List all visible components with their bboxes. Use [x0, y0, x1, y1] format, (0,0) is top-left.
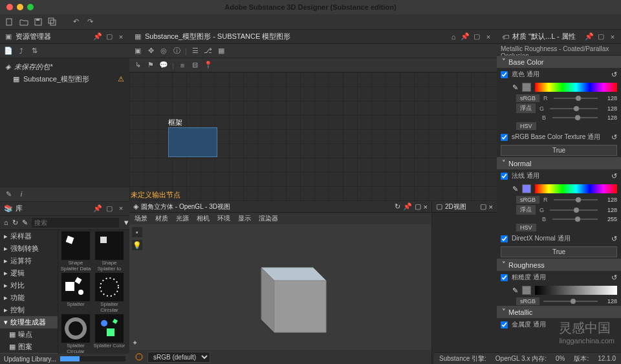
slider[interactable] [552, 117, 598, 118]
menu-item[interactable]: 环境 [217, 214, 230, 223]
home-icon[interactable]: ⌂ [449, 32, 458, 41]
menu-item[interactable]: 光源 [176, 214, 189, 223]
lib-cat[interactable]: ▸控制 [0, 304, 58, 316]
float-button[interactable]: 浮点 [516, 205, 536, 215]
maximize-icon[interactable]: ▢ [480, 202, 486, 211]
info-icon[interactable]: ⓘ [172, 47, 181, 56]
eyedropper-icon[interactable]: ✎ [512, 83, 518, 92]
save-icon[interactable] [32, 16, 44, 28]
maximize-icon[interactable]: ▢ [472, 32, 481, 41]
target-icon[interactable]: ◎ [159, 47, 168, 56]
color-swatch[interactable] [522, 83, 531, 92]
close-icon[interactable]: × [116, 204, 125, 213]
pin-icon[interactable]: 📌 [403, 202, 412, 211]
thumb[interactable]: Splatter Circular [93, 273, 125, 313]
float-button[interactable]: 浮点 [516, 103, 536, 113]
save-all-icon[interactable] [47, 16, 58, 28]
node-icon[interactable]: ☰ [191, 47, 200, 56]
export-icon[interactable]: ⤴ [17, 47, 26, 56]
move-icon[interactable]: ✥ [146, 47, 155, 56]
folder-icon[interactable] [18, 16, 30, 28]
color-swatch[interactable] [522, 184, 531, 193]
align-icon[interactable]: ≡ [178, 61, 187, 70]
eyedropper-icon[interactable]: ✎ [512, 185, 518, 193]
bulb-icon[interactable]: 💡 [132, 240, 142, 250]
checkbox[interactable] [501, 235, 508, 242]
branch-icon[interactable]: ⎇ [204, 47, 213, 56]
checkbox[interactable] [501, 173, 508, 180]
color-swatch[interactable] [522, 286, 531, 295]
menu-item[interactable]: 材质 [155, 214, 168, 223]
section-basecolor[interactable]: ˅Base Color [497, 56, 621, 68]
tree-item[interactable]: ▦ Substance_模型图形 ⚠ [0, 73, 129, 85]
library-search-input[interactable] [32, 218, 119, 228]
lib-cat[interactable]: ▸采样器 [0, 230, 58, 242]
lib-cat[interactable]: ▸逻辑 [0, 267, 58, 279]
axis-icon[interactable]: ✦ [132, 339, 138, 347]
reset-icon[interactable]: ↺ [611, 70, 617, 79]
refresh-icon[interactable]: ↻ [395, 202, 400, 211]
slider[interactable] [554, 199, 598, 200]
redo-icon[interactable]: ↷ [84, 16, 96, 28]
view2d-viewport[interactable] [432, 213, 497, 364]
new-icon[interactable] [4, 16, 16, 28]
pencil-icon[interactable]: ✎ [4, 189, 13, 198]
srgb-button[interactable]: sRGB [516, 297, 539, 305]
lib-cat[interactable]: ▸功能 [0, 292, 58, 304]
lib-cat-header[interactable]: ▾纹理生成器 [0, 316, 58, 328]
thumb[interactable]: Shape Splatter to Mask [93, 231, 125, 272]
close-icon[interactable]: × [484, 32, 493, 41]
menu-item[interactable]: 场景 [135, 214, 147, 223]
checkbox[interactable] [501, 321, 508, 328]
close-window-button[interactable] [6, 4, 13, 10]
camera-icon[interactable]: ▪ [132, 227, 142, 237]
hsv-button[interactable]: HSV [516, 224, 536, 231]
pin-icon[interactable]: 📌 [585, 32, 594, 41]
graph-canvas[interactable]: 框架 未定义输出节点 [129, 72, 497, 201]
close-icon[interactable]: × [489, 203, 493, 211]
section-metallic[interactable]: ˅Metallic [497, 306, 621, 318]
maximize-icon[interactable]: ▢ [415, 202, 421, 211]
slider[interactable] [550, 108, 598, 109]
slider[interactable] [552, 219, 598, 220]
maximize-icon[interactable]: ▢ [596, 32, 605, 41]
close-icon[interactable]: × [116, 32, 125, 41]
pin-icon[interactable]: 📌 [93, 204, 102, 213]
menu-item[interactable]: 显示 [238, 214, 251, 223]
hue-strip[interactable] [535, 83, 617, 92]
minimize-window-button[interactable] [17, 4, 23, 10]
menu-item[interactable]: 渲染器 [259, 214, 278, 223]
undo-icon[interactable]: ↶ [70, 16, 82, 28]
section-roughness[interactable]: ˅Roughness [497, 259, 621, 271]
pencil-icon[interactable]: ✎ [22, 219, 28, 227]
checkbox[interactable] [501, 71, 508, 78]
gray-strip[interactable] [535, 286, 617, 295]
refresh-icon[interactable]: ↻ [12, 219, 18, 227]
maximize-icon[interactable]: ▢ [105, 32, 114, 41]
lib-cat[interactable]: ▦噪点 [0, 328, 58, 341]
close-icon[interactable]: × [424, 203, 428, 211]
file-icon[interactable]: 📄 [4, 47, 13, 56]
srgb-button[interactable]: sRGB [516, 94, 539, 102]
tree-package[interactable]: ◈ 未保存的包* [0, 61, 129, 73]
close-icon[interactable]: × [608, 32, 617, 41]
menu-item[interactable]: 相机 [197, 214, 210, 223]
link-icon[interactable]: ⇅ [30, 47, 39, 56]
home-icon[interactable]: ⌂ [4, 219, 8, 226]
filter-icon[interactable]: ▼ [123, 219, 130, 226]
true-button[interactable]: True [501, 145, 617, 156]
lib-cat[interactable]: ▸强制转换 [0, 242, 58, 255]
lib-cat[interactable]: ▸运算符 [0, 255, 58, 267]
thumb[interactable]: Splatter [60, 273, 92, 313]
lib-cat[interactable]: ▸对比 [0, 279, 58, 292]
lib-cat[interactable]: ▦图案 [0, 341, 58, 353]
srgb-button[interactable]: sRGB [516, 196, 539, 204]
distribute-icon[interactable]: ⊟ [191, 61, 200, 70]
reset-icon[interactable]: ↺ [611, 172, 617, 180]
slider[interactable] [543, 301, 598, 302]
reset-icon[interactable]: ↺ [611, 133, 617, 142]
section-normal[interactable]: ˅Normal [497, 157, 621, 169]
pin-icon[interactable]: 📌 [93, 32, 102, 41]
graph-frame[interactable] [168, 127, 217, 157]
info-icon[interactable]: i [17, 189, 26, 198]
